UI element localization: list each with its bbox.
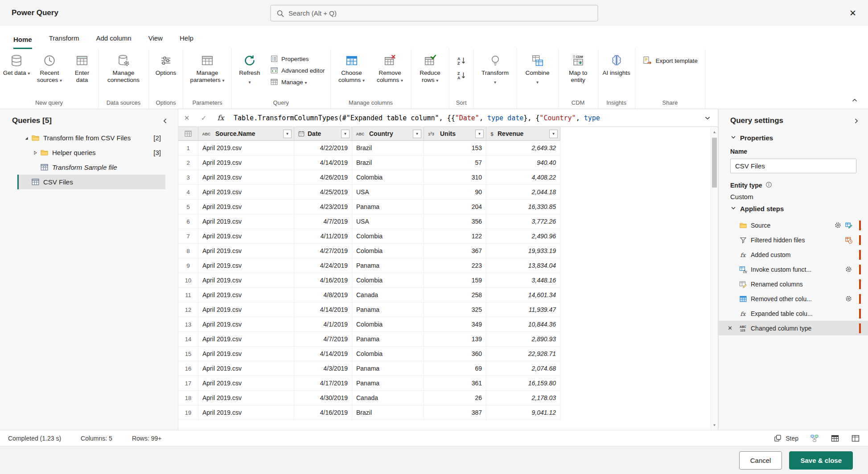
- applied-step-renamed-columns[interactable]: Renamed columns: [719, 277, 868, 291]
- manage-button[interactable]: Manage ▾: [270, 78, 307, 86]
- cell-country[interactable]: Colombia: [352, 317, 424, 331]
- vertical-scrollbar[interactable]: ▲ ▼: [711, 127, 718, 430]
- filter-button[interactable]: ▾: [413, 130, 421, 138]
- applied-step-removed-other-colu[interactable]: Removed other colu...: [719, 291, 868, 306]
- name-input[interactable]: [730, 159, 856, 173]
- choose-columns-button[interactable]: Choose columns ▾: [333, 52, 371, 86]
- cell-revenue[interactable]: 2,044.18: [486, 185, 560, 199]
- cell-source-name[interactable]: April 2019.csv: [198, 155, 294, 170]
- query-item-helper-queries[interactable]: Helper queries[3]: [17, 145, 165, 160]
- advanced-editor-button[interactable]: Advanced editor: [270, 66, 325, 74]
- formula-cancel-button[interactable]: ✕: [178, 109, 195, 127]
- cell-revenue[interactable]: 4,408.22: [486, 170, 560, 184]
- row-number[interactable]: 14: [178, 332, 198, 346]
- tab-home[interactable]: Home: [13, 36, 32, 49]
- row-number[interactable]: 3: [178, 170, 198, 184]
- combine-button[interactable]: Combine▾: [519, 52, 556, 88]
- cell-date[interactable]: 4/14/2019: [294, 302, 352, 317]
- cell-country[interactable]: Panama: [352, 200, 424, 214]
- filter-button[interactable]: ▾: [549, 130, 558, 138]
- applied-step-filtered-hidden-files[interactable]: Filtered hidden files: [719, 233, 868, 247]
- cell-source-name[interactable]: April 2019.csv: [198, 141, 294, 155]
- cell-units[interactable]: 310: [424, 170, 486, 184]
- search-box[interactable]: [270, 5, 598, 21]
- cell-date[interactable]: 4/30/2019: [294, 391, 352, 405]
- row-number[interactable]: 1: [178, 141, 198, 155]
- query-item-csv-files[interactable]: CSV Files: [17, 175, 165, 189]
- scroll-down-button[interactable]: ▼: [711, 421, 718, 429]
- column-header-units[interactable]: 123Units▾: [424, 127, 486, 141]
- cell-country[interactable]: Panama: [352, 361, 424, 376]
- row-number[interactable]: 15: [178, 347, 198, 361]
- cell-revenue[interactable]: 16,330.85: [486, 200, 560, 214]
- step-settings-icon[interactable]: [845, 295, 852, 302]
- cell-units[interactable]: 349: [424, 317, 486, 331]
- scroll-thumb[interactable]: [712, 138, 717, 188]
- cell-units[interactable]: 360: [424, 347, 486, 361]
- cell-revenue[interactable]: 10,844.36: [486, 317, 560, 331]
- refresh-button[interactable]: Refresh▾: [234, 52, 266, 88]
- cell-date[interactable]: 4/7/2019: [294, 332, 352, 346]
- search-input[interactable]: [288, 9, 592, 17]
- query-item-transform-file-from-csv-files[interactable]: Transform file from CSV Files[2]: [17, 131, 165, 145]
- cell-date[interactable]: 4/22/2019: [294, 141, 352, 155]
- cell-source-name[interactable]: April 2019.csv: [198, 317, 294, 331]
- cell-date[interactable]: 4/24/2019: [294, 258, 352, 273]
- cell-revenue[interactable]: 3,772.26: [486, 214, 560, 229]
- cell-revenue[interactable]: 2,074.68: [486, 361, 560, 376]
- enter-data-button[interactable]: Enter data: [68, 52, 96, 86]
- cell-revenue[interactable]: 2,178.03: [486, 391, 560, 405]
- cell-date[interactable]: 4/7/2019: [294, 214, 352, 229]
- applied-step-source[interactable]: Source: [719, 218, 868, 233]
- column-header-country[interactable]: ABCCountry▾: [352, 127, 424, 141]
- cell-revenue[interactable]: 2,490.96: [486, 229, 560, 243]
- cell-country[interactable]: Panama: [352, 376, 424, 390]
- cell-date[interactable]: 4/16/2019: [294, 273, 352, 287]
- cell-date[interactable]: 4/26/2019: [294, 170, 352, 184]
- cell-country[interactable]: Colombia: [352, 273, 424, 287]
- cell-country[interactable]: Canada: [352, 391, 424, 405]
- applied-steps-section-toggle[interactable]: Applied steps: [719, 200, 868, 215]
- step-settings-icon[interactable]: [845, 266, 852, 273]
- cell-date[interactable]: 4/11/2019: [294, 229, 352, 243]
- tab-transform[interactable]: Transform: [49, 34, 79, 49]
- row-number[interactable]: 19: [178, 405, 198, 420]
- cell-units[interactable]: 69: [424, 361, 486, 376]
- cell-units[interactable]: 122: [424, 229, 486, 243]
- cell-country[interactable]: Brazil: [352, 155, 424, 170]
- cell-date[interactable]: 4/25/2019: [294, 185, 352, 199]
- cell-units[interactable]: 159: [424, 273, 486, 287]
- cell-source-name[interactable]: April 2019.csv: [198, 376, 294, 390]
- applied-step-changed-column-type[interactable]: ✕ABC123Changed column type: [719, 321, 868, 335]
- cell-source-name[interactable]: April 2019.csv: [198, 273, 294, 287]
- cell-country[interactable]: USA: [352, 214, 424, 229]
- properties-button[interactable]: Properties: [270, 55, 309, 63]
- applied-step-added-custom[interactable]: fxAdded custom: [719, 247, 868, 262]
- cell-source-name[interactable]: April 2019.csv: [198, 405, 294, 420]
- map-to-entity-button[interactable]: CDMMap to entity: [560, 52, 596, 86]
- cell-country[interactable]: Panama: [352, 302, 424, 317]
- delete-step-button[interactable]: ✕: [728, 321, 732, 335]
- cell-source-name[interactable]: April 2019.csv: [198, 229, 294, 243]
- sort-ascending-button[interactable]: AZ: [455, 55, 468, 66]
- cell-country[interactable]: Canada: [352, 288, 424, 302]
- cell-units[interactable]: 367: [424, 244, 486, 258]
- cell-source-name[interactable]: April 2019.csv: [198, 258, 294, 273]
- cell-source-name[interactable]: April 2019.csv: [198, 200, 294, 214]
- cell-units[interactable]: 153: [424, 141, 486, 155]
- cell-country[interactable]: Colombia: [352, 229, 424, 243]
- cell-source-name[interactable]: April 2019.csv: [198, 332, 294, 346]
- cell-units[interactable]: 139: [424, 332, 486, 346]
- column-header-source-name[interactable]: ABCSource.Name▾: [198, 127, 294, 141]
- cell-revenue[interactable]: 11,939.47: [486, 302, 560, 317]
- filter-button[interactable]: ▾: [283, 130, 292, 138]
- tab-help[interactable]: Help: [180, 34, 193, 49]
- cell-units[interactable]: 258: [424, 288, 486, 302]
- info-icon[interactable]: [765, 181, 772, 189]
- cell-source-name[interactable]: April 2019.csv: [198, 302, 294, 317]
- get-data-button[interactable]: Get data ▾: [2, 52, 31, 79]
- edit-source-icon[interactable]: [845, 221, 852, 229]
- row-number[interactable]: 4: [178, 185, 198, 199]
- ai-insights-button[interactable]: AI insights: [600, 52, 633, 79]
- formula-input[interactable]: Table.TransformColumnTypes(#"Expanded ta…: [229, 109, 697, 127]
